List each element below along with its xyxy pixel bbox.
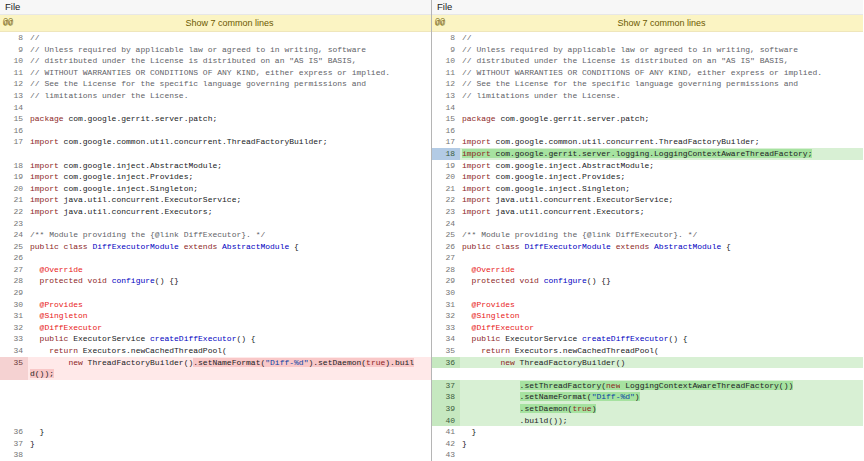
line-number[interactable]: 9 [432,44,460,56]
code-token: { [721,242,731,251]
show-common-lines-button[interactable]: Show 7 common lines [28,18,431,28]
line-number[interactable]: 26 [0,252,28,264]
line-number[interactable]: 9 [0,44,28,56]
line-number[interactable]: 42 [432,438,460,450]
line-number[interactable]: 8 [432,32,460,44]
code-token: java.util.concurrent.Executors; [491,207,645,216]
line-number[interactable]: 14 [432,102,460,114]
code-token: // Unless required by applicable law or … [30,45,366,54]
line-number[interactable]: 28 [0,275,28,287]
code-token: .build()); [520,416,568,425]
line-number[interactable]: 11 [0,67,28,79]
line-number[interactable]: 34 [432,333,460,345]
diff-row: 30 [432,287,863,299]
code-token: DiffExecutorModule [524,242,610,251]
line-number[interactable]: 41 [432,426,460,438]
line-number[interactable]: 19 [432,160,460,172]
line-number[interactable]: 13 [0,90,28,102]
line-number[interactable]: 18 [0,160,28,172]
line-number[interactable]: 17 [0,136,28,148]
line-number[interactable]: 24 [432,218,460,230]
line-number[interactable]: 15 [432,113,460,125]
line-number[interactable]: 21 [432,183,460,195]
code-token [30,311,40,320]
code-token: ) [592,404,597,413]
code-line: d()); [28,368,431,380]
line-number[interactable]: 29 [432,275,460,287]
line-number[interactable]: 36 [0,426,28,438]
line-number[interactable]: 28 [432,264,460,276]
line-number[interactable]: 15 [0,113,28,125]
line-number[interactable]: 25 [0,241,28,253]
line-number[interactable]: 25 [432,229,460,241]
line-number[interactable]: 18 [432,148,460,160]
code-line [28,391,431,403]
line-number[interactable]: 16 [432,125,460,137]
line-number[interactable]: 37 [0,438,28,450]
line-number[interactable]: 16 [0,125,28,137]
line-number[interactable]: 38 [0,449,28,461]
code-token: // [462,33,472,42]
code-line: // Unless required by applicable law or … [28,44,431,56]
code-line: // See the License for the specific lang… [28,78,431,90]
line-number[interactable]: 33 [0,333,28,345]
code-token [462,323,472,332]
code-line: import java.util.concurrent.ExecutorServ… [28,194,431,206]
line-number[interactable]: 35 [432,345,460,357]
line-number[interactable]: 10 [0,55,28,67]
line-number[interactable]: 17 [432,136,460,148]
line-number[interactable]: 30 [432,287,460,299]
diff-row: 35 return Executors.newCachedThreadPool( [432,345,863,357]
line-number[interactable]: 11 [432,67,460,79]
code-token: () { [668,334,687,343]
line-number[interactable]: 27 [0,264,28,276]
line-number[interactable]: 34 [0,345,28,357]
line-number[interactable]: 32 [432,310,460,322]
line-number[interactable]: 12 [0,78,28,90]
line-number[interactable]: 14 [0,102,28,114]
line-number[interactable]: 39 [432,403,460,415]
line-number[interactable]: 20 [0,183,28,195]
line-number[interactable]: 13 [432,90,460,102]
code-token: protected void [40,276,112,285]
diff-row: 38 [0,449,431,461]
line-number[interactable]: 31 [432,299,460,311]
line-number[interactable]: 19 [0,171,28,183]
line-number[interactable]: 37 [432,380,460,392]
code-token [30,276,40,285]
line-number[interactable]: 22 [432,194,460,206]
line-number[interactable]: 24 [0,229,28,241]
diff-row: 20import com.google.inject.Provides; [432,171,863,183]
line-number[interactable]: 10 [432,55,460,67]
diff-row: 12// See the License for the specific la… [432,78,863,90]
line-number[interactable]: 40 [432,415,460,427]
diff-row-added: 18import com.google.gerrit.server.loggin… [432,148,863,160]
line-number[interactable]: 27 [432,252,460,264]
line-number[interactable]: 26 [432,241,460,253]
line-number[interactable]: 30 [0,299,28,311]
line-number[interactable]: 29 [0,287,28,299]
line-number[interactable]: 35 [0,357,28,369]
line-number[interactable]: 8 [0,32,28,44]
line-number[interactable]: 22 [0,206,28,218]
code-line: /** Module providing the {@link DiffExec… [28,229,431,241]
line-number[interactable]: 23 [432,206,460,218]
diff-row-removed: d()); [0,368,431,380]
line-number[interactable]: 20 [432,171,460,183]
line-number[interactable]: 21 [0,194,28,206]
code-token: @Singleton [472,311,520,320]
line-number[interactable]: 38 [432,391,460,403]
diff-row: 19import com.google.inject.AbstractModul… [432,160,863,172]
code-token: configure [544,276,587,285]
line-number[interactable]: 33 [432,322,460,334]
show-common-lines-button[interactable]: Show 7 common lines [460,18,863,28]
line-number[interactable]: 31 [0,310,28,322]
line-number[interactable]: 23 [0,218,28,230]
line-number[interactable]: 32 [0,322,28,334]
diff-row: 42} [432,438,863,450]
code-token: DiffExecutorModule [92,242,178,251]
line-number[interactable]: 36 [432,357,460,369]
line-number[interactable]: 43 [432,449,460,461]
code-token: @DiffExecutor [472,323,534,332]
line-number[interactable]: 12 [432,78,460,90]
